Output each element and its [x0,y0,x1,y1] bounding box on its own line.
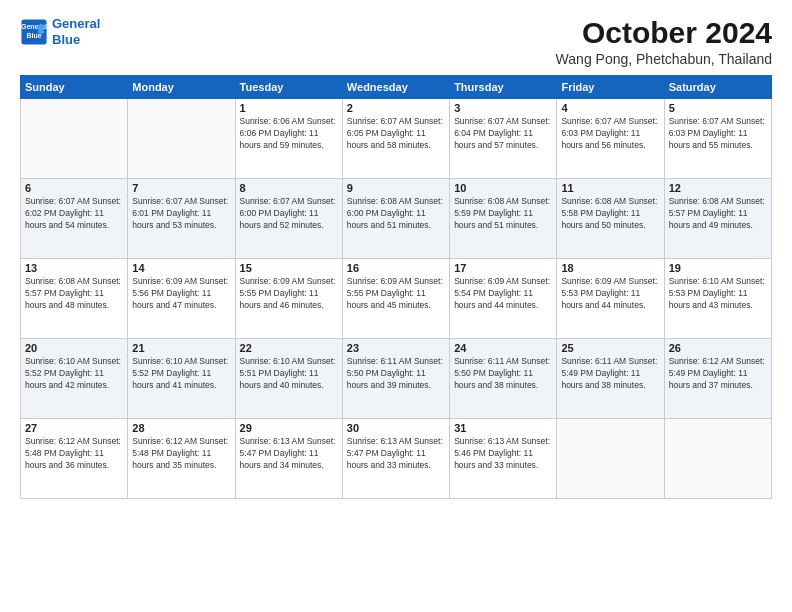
day-info: Sunrise: 6:08 AM Sunset: 5:57 PM Dayligh… [25,276,123,312]
calendar-cell: 19Sunrise: 6:10 AM Sunset: 5:53 PM Dayli… [664,259,771,339]
day-number: 25 [561,342,659,354]
calendar-cell: 15Sunrise: 6:09 AM Sunset: 5:55 PM Dayli… [235,259,342,339]
day-info: Sunrise: 6:09 AM Sunset: 5:55 PM Dayligh… [240,276,338,312]
calendar-cell: 20Sunrise: 6:10 AM Sunset: 5:52 PM Dayli… [21,339,128,419]
calendar-cell: 26Sunrise: 6:12 AM Sunset: 5:49 PM Dayli… [664,339,771,419]
logo-line1: General [52,16,100,31]
header-wednesday: Wednesday [342,76,449,99]
calendar-cell: 8Sunrise: 6:07 AM Sunset: 6:00 PM Daylig… [235,179,342,259]
day-info: Sunrise: 6:07 AM Sunset: 6:02 PM Dayligh… [25,196,123,232]
day-number: 11 [561,182,659,194]
day-info: Sunrise: 6:07 AM Sunset: 6:00 PM Dayligh… [240,196,338,232]
header-sunday: Sunday [21,76,128,99]
header-friday: Friday [557,76,664,99]
calendar-cell: 30Sunrise: 6:13 AM Sunset: 5:47 PM Dayli… [342,419,449,499]
calendar-cell [557,419,664,499]
day-number: 17 [454,262,552,274]
calendar-cell: 1Sunrise: 6:06 AM Sunset: 6:06 PM Daylig… [235,99,342,179]
header-monday: Monday [128,76,235,99]
day-number: 29 [240,422,338,434]
day-number: 10 [454,182,552,194]
day-info: Sunrise: 6:13 AM Sunset: 5:47 PM Dayligh… [240,436,338,472]
calendar-cell: 22Sunrise: 6:10 AM Sunset: 5:51 PM Dayli… [235,339,342,419]
day-number: 16 [347,262,445,274]
day-info: Sunrise: 6:13 AM Sunset: 5:47 PM Dayligh… [347,436,445,472]
calendar-cell: 28Sunrise: 6:12 AM Sunset: 5:48 PM Dayli… [128,419,235,499]
day-info: Sunrise: 6:10 AM Sunset: 5:51 PM Dayligh… [240,356,338,392]
day-number: 22 [240,342,338,354]
calendar-cell: 24Sunrise: 6:11 AM Sunset: 5:50 PM Dayli… [450,339,557,419]
day-number: 13 [25,262,123,274]
calendar-cell: 14Sunrise: 6:09 AM Sunset: 5:56 PM Dayli… [128,259,235,339]
day-info: Sunrise: 6:12 AM Sunset: 5:49 PM Dayligh… [669,356,767,392]
day-number: 31 [454,422,552,434]
calendar-week-row: 27Sunrise: 6:12 AM Sunset: 5:48 PM Dayli… [21,419,772,499]
calendar-cell: 5Sunrise: 6:07 AM Sunset: 6:03 PM Daylig… [664,99,771,179]
day-info: Sunrise: 6:10 AM Sunset: 5:52 PM Dayligh… [132,356,230,392]
day-info: Sunrise: 6:07 AM Sunset: 6:05 PM Dayligh… [347,116,445,152]
day-number: 6 [25,182,123,194]
day-info: Sunrise: 6:06 AM Sunset: 6:06 PM Dayligh… [240,116,338,152]
day-number: 4 [561,102,659,114]
calendar-week-row: 6Sunrise: 6:07 AM Sunset: 6:02 PM Daylig… [21,179,772,259]
calendar-cell: 27Sunrise: 6:12 AM Sunset: 5:48 PM Dayli… [21,419,128,499]
calendar-cell: 23Sunrise: 6:11 AM Sunset: 5:50 PM Dayli… [342,339,449,419]
day-number: 1 [240,102,338,114]
day-info: Sunrise: 6:12 AM Sunset: 5:48 PM Dayligh… [25,436,123,472]
logo-line2: Blue [52,32,80,47]
day-number: 19 [669,262,767,274]
calendar-cell: 13Sunrise: 6:08 AM Sunset: 5:57 PM Dayli… [21,259,128,339]
page: General Blue General Blue October 2024 W… [0,0,792,612]
calendar-cell: 29Sunrise: 6:13 AM Sunset: 5:47 PM Dayli… [235,419,342,499]
day-info: Sunrise: 6:13 AM Sunset: 5:46 PM Dayligh… [454,436,552,472]
day-info: Sunrise: 6:08 AM Sunset: 5:57 PM Dayligh… [669,196,767,232]
day-info: Sunrise: 6:11 AM Sunset: 5:49 PM Dayligh… [561,356,659,392]
calendar-cell: 7Sunrise: 6:07 AM Sunset: 6:01 PM Daylig… [128,179,235,259]
header-thursday: Thursday [450,76,557,99]
day-info: Sunrise: 6:09 AM Sunset: 5:56 PM Dayligh… [132,276,230,312]
calendar-week-row: 1Sunrise: 6:06 AM Sunset: 6:06 PM Daylig… [21,99,772,179]
calendar: Sunday Monday Tuesday Wednesday Thursday… [20,75,772,499]
day-info: Sunrise: 6:12 AM Sunset: 5:48 PM Dayligh… [132,436,230,472]
logo-icon: General Blue [20,18,48,46]
day-info: Sunrise: 6:10 AM Sunset: 5:52 PM Dayligh… [25,356,123,392]
day-info: Sunrise: 6:08 AM Sunset: 5:59 PM Dayligh… [454,196,552,232]
day-number: 15 [240,262,338,274]
day-info: Sunrise: 6:11 AM Sunset: 5:50 PM Dayligh… [347,356,445,392]
day-number: 5 [669,102,767,114]
day-number: 7 [132,182,230,194]
day-number: 14 [132,262,230,274]
day-number: 20 [25,342,123,354]
calendar-cell: 16Sunrise: 6:09 AM Sunset: 5:55 PM Dayli… [342,259,449,339]
day-info: Sunrise: 6:07 AM Sunset: 6:04 PM Dayligh… [454,116,552,152]
day-info: Sunrise: 6:11 AM Sunset: 5:50 PM Dayligh… [454,356,552,392]
calendar-cell: 2Sunrise: 6:07 AM Sunset: 6:05 PM Daylig… [342,99,449,179]
day-info: Sunrise: 6:09 AM Sunset: 5:53 PM Dayligh… [561,276,659,312]
logo: General Blue General Blue [20,16,100,47]
calendar-cell [21,99,128,179]
calendar-header-row: Sunday Monday Tuesday Wednesday Thursday… [21,76,772,99]
day-info: Sunrise: 6:08 AM Sunset: 5:58 PM Dayligh… [561,196,659,232]
month-title: October 2024 [556,16,772,49]
day-info: Sunrise: 6:07 AM Sunset: 6:03 PM Dayligh… [669,116,767,152]
calendar-cell: 17Sunrise: 6:09 AM Sunset: 5:54 PM Dayli… [450,259,557,339]
day-number: 3 [454,102,552,114]
day-number: 8 [240,182,338,194]
day-info: Sunrise: 6:09 AM Sunset: 5:54 PM Dayligh… [454,276,552,312]
header-saturday: Saturday [664,76,771,99]
day-info: Sunrise: 6:07 AM Sunset: 6:01 PM Dayligh… [132,196,230,232]
title-block: October 2024 Wang Pong, Phetchabun, Thai… [556,16,772,67]
calendar-cell: 12Sunrise: 6:08 AM Sunset: 5:57 PM Dayli… [664,179,771,259]
day-number: 26 [669,342,767,354]
calendar-cell: 31Sunrise: 6:13 AM Sunset: 5:46 PM Dayli… [450,419,557,499]
calendar-cell: 4Sunrise: 6:07 AM Sunset: 6:03 PM Daylig… [557,99,664,179]
day-number: 18 [561,262,659,274]
day-number: 27 [25,422,123,434]
calendar-cell: 9Sunrise: 6:08 AM Sunset: 6:00 PM Daylig… [342,179,449,259]
calendar-cell: 21Sunrise: 6:10 AM Sunset: 5:52 PM Dayli… [128,339,235,419]
calendar-cell: 3Sunrise: 6:07 AM Sunset: 6:04 PM Daylig… [450,99,557,179]
calendar-cell [128,99,235,179]
logo-text: General Blue [52,16,100,47]
location-title: Wang Pong, Phetchabun, Thailand [556,51,772,67]
header: General Blue General Blue October 2024 W… [20,16,772,67]
